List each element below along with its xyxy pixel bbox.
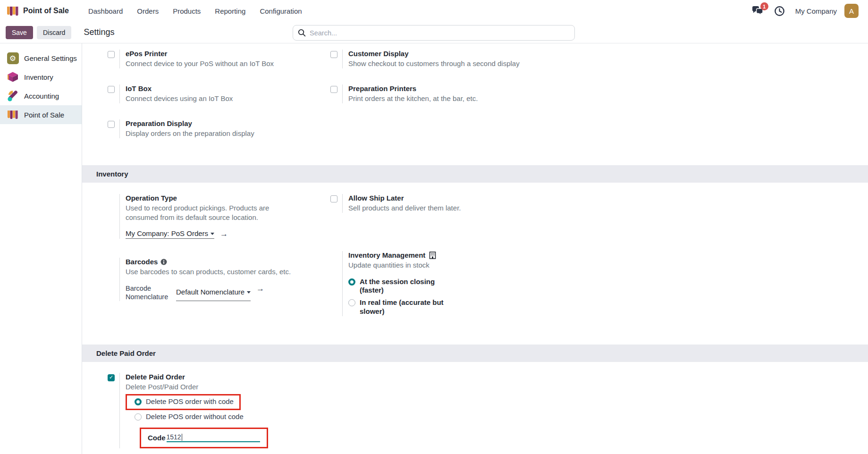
barcode-nomenclature-select[interactable]: Default Nomenclature (176, 284, 251, 301)
setting-desc: Display orders on the preparation displa… (126, 129, 254, 138)
gear-icon: ⚙ (7, 52, 19, 64)
menu-products[interactable]: Products (166, 1, 208, 21)
save-button[interactable]: Save (6, 26, 33, 39)
chevron-down-icon (247, 291, 251, 294)
clock-icon (774, 6, 785, 17)
setting-label: Barcodes (126, 258, 291, 266)
section-title: Inventory (96, 170, 128, 178)
chevron-down-icon (211, 233, 214, 235)
section-header-delete-paid-order: Delete Paid Order (82, 345, 868, 362)
activities-button[interactable] (770, 4, 789, 18)
section-title: Delete Paid Order (96, 349, 156, 357)
internal-link-arrow-icon[interactable]: → (220, 229, 228, 239)
setting-operation-type: Operation Type Used to record product pi… (108, 194, 330, 239)
radio-session-closing[interactable]: At the session closing (faster) (348, 277, 447, 295)
iot-box-checkbox[interactable] (108, 86, 115, 93)
setting-label: Preparation Printers (348, 84, 478, 92)
radio-label: Delete POS order without code (146, 412, 244, 421)
radio-label: Delete POS order with code (146, 397, 234, 406)
sidebar-item-label: General Settings (24, 54, 77, 62)
setting-desc: Delete Post/Paid Order (126, 382, 268, 392)
sidebar-item-accounting[interactable]: Accounting (0, 86, 82, 105)
search-input[interactable] (310, 29, 570, 37)
operation-type-value: My Company: PoS Orders (126, 229, 208, 237)
radio-icon (135, 413, 142, 420)
setting-preparation-printers: Preparation Printers Print orders at the… (330, 84, 868, 108)
allow-ship-later-checkbox[interactable] (330, 195, 337, 202)
setting-label: ePos Printer (126, 50, 274, 58)
operation-type-select[interactable]: My Company: PoS Orders (126, 229, 214, 239)
radio-real-time[interactable]: In real time (accurate but slower) (348, 298, 447, 316)
setting-desc: Used to record product pickings. Product… (126, 203, 291, 222)
setting-label: Inventory Management (348, 251, 447, 259)
radio-delete-without-code[interactable]: Delete POS order without code (135, 412, 268, 421)
settings-sidebar: ⚙ General Settings Inventory (0, 43, 82, 454)
customer-display-checkbox[interactable] (330, 51, 337, 58)
setting-label: IoT Box (126, 84, 233, 92)
setting-customer-display: Customer Display Show checkout to custom… (330, 50, 868, 73)
setting-barcodes: Barcodes Use barcodes to scan products, … (108, 258, 330, 301)
radio-icon (135, 398, 142, 405)
setting-label: Delete Paid Order (126, 373, 268, 381)
sidebar-item-inventory[interactable]: Inventory (0, 67, 82, 86)
pos-awning-icon (7, 5, 19, 17)
setting-label: Allow Ship Later (348, 194, 461, 202)
company-switcher[interactable]: My Company (792, 7, 841, 15)
setting-label: Customer Display (348, 50, 520, 58)
text-cursor (182, 434, 182, 441)
inventory-box-icon (7, 71, 19, 83)
setting-label: Preparation Display (126, 119, 254, 127)
menu-orders[interactable]: Orders (130, 1, 166, 21)
barcodes-label: Barcodes (126, 258, 158, 266)
search-icon (298, 29, 306, 37)
inventory-management-label: Inventory Management (348, 251, 425, 259)
delete-paid-order-checkbox[interactable] (108, 374, 115, 381)
user-avatar[interactable]: A (844, 4, 859, 18)
highlight-box-delete-with-code: Delete POS order with code (126, 394, 241, 410)
hardware-settings-grid: ePos Printer Connect device to your PoS … (82, 43, 868, 143)
sidebar-item-point-of-sale[interactable]: Point of Sale (0, 105, 82, 124)
radio-delete-with-code[interactable]: Delete POS order with code (135, 397, 234, 406)
setting-desc: Connect device to your PoS without an Io… (126, 59, 274, 68)
settings-search[interactable] (293, 25, 575, 41)
accounting-icon (7, 90, 19, 102)
setting-desc: Update quantities in stock (348, 261, 447, 270)
radio-icon (348, 278, 355, 286)
preparation-printers-checkbox[interactable] (330, 86, 337, 93)
code-input[interactable]: 1512 (167, 433, 261, 442)
inventory-section-body: Operation Type Used to record product pi… (82, 183, 868, 316)
sidebar-item-general-settings[interactable]: ⚙ General Settings (0, 49, 82, 67)
page-title: Settings (84, 27, 114, 37)
code-field-label: Code (148, 434, 166, 442)
radio-icon (348, 299, 355, 306)
app-switcher[interactable]: Point of Sale (7, 5, 69, 17)
setting-allow-ship-later: Allow Ship Later Sell products and deliv… (330, 194, 868, 218)
sidebar-item-label: Inventory (24, 73, 53, 81)
setting-inventory-management: Inventory Management Update quantit (330, 251, 868, 316)
control-panel: Save Discard Settings (0, 22, 868, 43)
setting-desc: Sell products and deliver them later. (348, 203, 461, 213)
setting-preparation-display: Preparation Display Display orders on th… (108, 119, 330, 143)
messages-count-badge: 1 (760, 2, 768, 10)
preparation-display-checkbox[interactable] (108, 121, 115, 128)
radio-label: At the session closing (faster) (360, 277, 447, 295)
building-icon (429, 252, 436, 259)
setting-desc: Show checkout to customers through a sec… (348, 59, 520, 68)
setting-epos-printer: ePos Printer Connect device to your PoS … (108, 50, 330, 73)
menu-dashboard[interactable]: Dashboard (81, 1, 130, 21)
setting-delete-paid-order: Delete Paid Order Delete Post/Paid Order… (108, 373, 868, 448)
code-value: 1512 (167, 433, 181, 441)
internal-link-arrow-icon[interactable]: → (256, 284, 264, 301)
section-header-inventory: Inventory (82, 165, 868, 183)
discard-button[interactable]: Discard (37, 26, 71, 39)
epos-printer-checkbox[interactable] (108, 51, 115, 58)
setting-label: Operation Type (126, 194, 291, 202)
barcode-nomenclature-value: Default Nomenclature (176, 288, 244, 296)
menu-reporting[interactable]: Reporting (208, 1, 253, 21)
messages-button[interactable]: 1 (748, 4, 767, 18)
info-icon[interactable] (160, 259, 167, 265)
radio-label: In real time (accurate but slower) (360, 298, 447, 316)
field-label-barcode-nomenclature: Barcode Nomenclature (126, 284, 169, 301)
setting-desc: Use barcodes to scan products, customer … (126, 267, 291, 277)
menu-configuration[interactable]: Configuration (253, 1, 309, 21)
